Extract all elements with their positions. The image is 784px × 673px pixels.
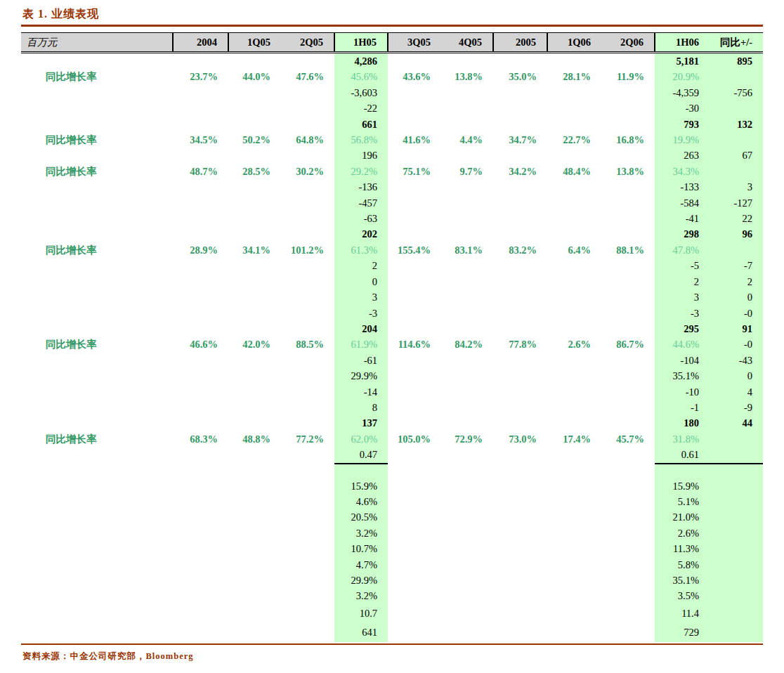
table-row: 20229896 xyxy=(21,226,763,242)
table-cell xyxy=(493,321,547,336)
table-cell xyxy=(710,132,763,148)
table-cell xyxy=(601,306,655,321)
table-cell xyxy=(228,478,281,494)
table-cell xyxy=(710,623,763,642)
table-cell: 132 xyxy=(710,117,763,132)
table-cell: 11.3% xyxy=(655,541,710,556)
table-cell xyxy=(441,478,493,494)
table-cell: -10 xyxy=(655,384,710,400)
table-cell xyxy=(441,573,493,588)
table-cell xyxy=(441,588,493,603)
table-cell: 45.6% xyxy=(334,69,388,84)
table-cell xyxy=(228,415,281,431)
unit-label: 百万元 xyxy=(21,33,173,53)
table-cell xyxy=(710,431,763,447)
table-cell: 35.1% xyxy=(655,368,710,384)
table-cell xyxy=(710,541,763,556)
table-cell: -3,603 xyxy=(334,85,388,100)
row-label xyxy=(21,368,173,384)
table-row: 022 xyxy=(21,274,763,289)
table-cell xyxy=(601,321,655,336)
table-cell: 5.8% xyxy=(655,557,710,573)
table-row: 641729 xyxy=(21,623,763,642)
table-cell xyxy=(228,464,281,478)
row-label: 同比增长率 xyxy=(21,431,173,447)
table-cell: 0 xyxy=(710,368,763,384)
table-cell xyxy=(388,400,441,415)
table-cell xyxy=(441,258,493,273)
table-cell xyxy=(228,573,281,588)
table-cell: -7 xyxy=(710,258,763,273)
table-cell xyxy=(547,148,601,163)
table-cell xyxy=(388,557,441,573)
table-cell xyxy=(441,195,493,211)
table-cell: 47.6% xyxy=(281,69,334,84)
table-cell: -9 xyxy=(710,400,763,415)
table-cell xyxy=(441,494,493,509)
table-cell: 34.3% xyxy=(655,164,710,179)
table-cell: 3 xyxy=(655,289,710,305)
table-cell xyxy=(173,274,228,289)
table-cell: 20.5% xyxy=(334,509,388,525)
table-cell xyxy=(228,541,281,556)
table-cell xyxy=(547,573,601,588)
table-cell xyxy=(441,447,493,463)
table-cell: -5 xyxy=(655,258,710,273)
table-cell xyxy=(281,306,334,321)
row-label xyxy=(21,195,173,211)
table-cell xyxy=(493,478,547,494)
table-cell: 263 xyxy=(655,148,710,163)
row-label xyxy=(21,226,173,242)
table-cell xyxy=(441,321,493,336)
table-cell: -457 xyxy=(334,195,388,211)
table-cell: 0 xyxy=(710,289,763,305)
table-cell xyxy=(388,289,441,305)
table-cell xyxy=(601,368,655,384)
table-cell: 2 xyxy=(334,258,388,273)
table-cell xyxy=(601,447,655,463)
table-cell xyxy=(228,274,281,289)
table-cell: 0.47 xyxy=(334,447,388,463)
table-cell: 34.5% xyxy=(173,132,228,148)
table-cell xyxy=(547,274,601,289)
col-header-2q06: 2Q06 xyxy=(601,33,655,53)
table-cell xyxy=(281,289,334,305)
table-header: 百万元 2004 1Q05 2Q05 1H05 3Q05 4Q05 2005 1… xyxy=(21,33,763,53)
table-cell xyxy=(601,604,655,623)
table-cell xyxy=(228,384,281,400)
table-cell: 2 xyxy=(655,274,710,289)
table-cell xyxy=(228,509,281,525)
row-label xyxy=(21,541,173,556)
table-cell xyxy=(547,211,601,226)
table-cell xyxy=(228,368,281,384)
table-cell xyxy=(547,321,601,336)
table-cell xyxy=(441,623,493,642)
row-label: 同比增长率 xyxy=(21,132,173,148)
row-label xyxy=(21,321,173,336)
table-cell xyxy=(228,306,281,321)
table-cell xyxy=(173,211,228,226)
table-cell: 19.9% xyxy=(655,132,710,148)
table-cell xyxy=(281,274,334,289)
table-cell xyxy=(281,53,334,70)
table-cell: 13.8% xyxy=(441,69,493,84)
col-header-1h05: 1H05 xyxy=(334,33,388,53)
row-label xyxy=(21,53,173,70)
table-cell xyxy=(388,525,441,541)
table-cell xyxy=(388,179,441,195)
table-cell xyxy=(173,53,228,70)
table-cell xyxy=(441,525,493,541)
table-cell: 3 xyxy=(334,289,388,305)
table-cell xyxy=(173,464,228,478)
table-cell: 64.8% xyxy=(281,132,334,148)
table-cell xyxy=(493,509,547,525)
table-row: -14-104 xyxy=(21,384,763,400)
row-label xyxy=(21,274,173,289)
table-cell xyxy=(493,85,547,100)
col-header-1h06: 1H06 xyxy=(655,33,710,53)
row-label: 同比增长率 xyxy=(21,69,173,84)
table-cell: 4.7% xyxy=(334,557,388,573)
table-row: 13718044 xyxy=(21,415,763,431)
table-cell xyxy=(173,85,228,100)
table-cell xyxy=(493,494,547,509)
